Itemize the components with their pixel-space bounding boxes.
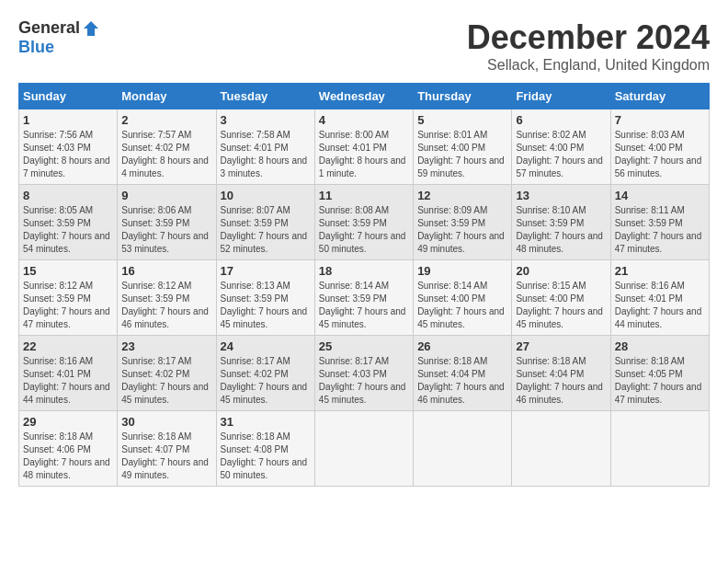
weekday-header-wednesday: Wednesday <box>314 84 413 109</box>
calendar-cell <box>414 411 512 487</box>
day-detail: Sunrise: 8:06 AM Sunset: 3:59 PM Dayligh… <box>121 204 211 256</box>
calendar-week-row: 8 Sunrise: 8:05 AM Sunset: 3:59 PM Dayli… <box>19 185 710 260</box>
calendar-cell: 29 Sunrise: 8:18 AM Sunset: 4:06 PM Dayl… <box>19 411 118 487</box>
day-detail: Sunrise: 7:56 AM Sunset: 4:03 PM Dayligh… <box>23 129 113 180</box>
day-detail: Sunrise: 8:09 AM Sunset: 3:59 PM Dayligh… <box>417 204 507 256</box>
day-detail: Sunrise: 8:18 AM Sunset: 4:05 PM Dayligh… <box>615 355 705 407</box>
day-number: 26 <box>417 339 507 353</box>
day-detail: Sunrise: 8:16 AM Sunset: 4:01 PM Dayligh… <box>615 280 705 331</box>
calendar-subtitle: Sellack, England, United Kingdom <box>467 57 710 74</box>
calendar-table: SundayMondayTuesdayWednesdayThursdayFrid… <box>18 83 710 487</box>
logo: General Blue <box>18 18 100 57</box>
calendar-cell: 14 Sunrise: 8:11 AM Sunset: 3:59 PM Dayl… <box>610 185 709 260</box>
day-detail: Sunrise: 8:16 AM Sunset: 4:01 PM Dayligh… <box>23 355 113 407</box>
calendar-cell: 16 Sunrise: 8:12 AM Sunset: 3:59 PM Dayl… <box>118 260 216 336</box>
calendar-cell: 26 Sunrise: 8:18 AM Sunset: 4:04 PM Dayl… <box>414 336 512 411</box>
calendar-week-row: 22 Sunrise: 8:16 AM Sunset: 4:01 PM Dayl… <box>19 336 710 411</box>
calendar-week-row: 1 Sunrise: 7:56 AM Sunset: 4:03 PM Dayli… <box>19 109 710 185</box>
day-number: 3 <box>221 113 311 127</box>
title-section: December 2024 Sellack, England, United K… <box>467 18 710 74</box>
calendar-cell: 9 Sunrise: 8:06 AM Sunset: 3:59 PM Dayli… <box>118 185 216 260</box>
calendar-cell: 13 Sunrise: 8:10 AM Sunset: 3:59 PM Dayl… <box>512 185 610 260</box>
calendar-cell: 11 Sunrise: 8:08 AM Sunset: 3:59 PM Dayl… <box>314 185 413 260</box>
day-number: 14 <box>615 189 705 202</box>
day-detail: Sunrise: 8:11 AM Sunset: 3:59 PM Dayligh… <box>615 204 705 256</box>
calendar-cell: 24 Sunrise: 8:17 AM Sunset: 4:02 PM Dayl… <box>216 336 314 411</box>
weekday-header-sunday: Sunday <box>19 84 118 109</box>
calendar-cell: 6 Sunrise: 8:02 AM Sunset: 4:00 PM Dayli… <box>512 109 610 185</box>
day-detail: Sunrise: 8:12 AM Sunset: 3:59 PM Dayligh… <box>23 280 113 331</box>
day-detail: Sunrise: 8:00 AM Sunset: 4:01 PM Dayligh… <box>319 129 409 180</box>
calendar-cell: 8 Sunrise: 8:05 AM Sunset: 3:59 PM Dayli… <box>19 185 118 260</box>
calendar-cell: 17 Sunrise: 8:13 AM Sunset: 3:59 PM Dayl… <box>216 260 314 336</box>
calendar-cell: 1 Sunrise: 7:56 AM Sunset: 4:03 PM Dayli… <box>19 109 118 185</box>
calendar-week-row: 29 Sunrise: 8:18 AM Sunset: 4:06 PM Dayl… <box>19 411 710 487</box>
day-detail: Sunrise: 8:15 AM Sunset: 4:00 PM Dayligh… <box>516 280 606 331</box>
day-number: 10 <box>221 189 311 202</box>
calendar-cell: 7 Sunrise: 8:03 AM Sunset: 4:00 PM Dayli… <box>610 109 709 185</box>
calendar-cell: 10 Sunrise: 8:07 AM Sunset: 3:59 PM Dayl… <box>216 185 314 260</box>
weekday-header-friday: Friday <box>512 84 610 109</box>
calendar-week-row: 15 Sunrise: 8:12 AM Sunset: 3:59 PM Dayl… <box>19 260 710 336</box>
calendar-cell: 15 Sunrise: 8:12 AM Sunset: 3:59 PM Dayl… <box>19 260 118 336</box>
calendar-cell: 31 Sunrise: 8:18 AM Sunset: 4:08 PM Dayl… <box>216 411 314 487</box>
calendar-cell: 19 Sunrise: 8:14 AM Sunset: 4:00 PM Dayl… <box>414 260 512 336</box>
day-number: 17 <box>221 264 311 278</box>
weekday-header-saturday: Saturday <box>610 84 709 109</box>
day-number: 28 <box>615 339 705 353</box>
weekday-header-monday: Monday <box>118 84 216 109</box>
day-number: 11 <box>319 189 409 202</box>
day-number: 15 <box>23 264 113 278</box>
day-number: 4 <box>319 113 409 127</box>
day-detail: Sunrise: 8:10 AM Sunset: 3:59 PM Dayligh… <box>516 204 606 256</box>
day-detail: Sunrise: 7:58 AM Sunset: 4:01 PM Dayligh… <box>221 129 311 180</box>
day-number: 6 <box>516 113 606 127</box>
day-detail: Sunrise: 8:02 AM Sunset: 4:00 PM Dayligh… <box>516 129 606 180</box>
day-number: 7 <box>615 113 705 127</box>
day-detail: Sunrise: 8:18 AM Sunset: 4:04 PM Dayligh… <box>417 355 507 407</box>
day-number: 2 <box>121 113 211 127</box>
day-number: 24 <box>221 339 311 353</box>
calendar-cell: 23 Sunrise: 8:17 AM Sunset: 4:02 PM Dayl… <box>118 336 216 411</box>
calendar-cell: 28 Sunrise: 8:18 AM Sunset: 4:05 PM Dayl… <box>610 336 709 411</box>
day-number: 18 <box>319 264 409 278</box>
day-number: 19 <box>417 264 507 278</box>
day-detail: Sunrise: 8:18 AM Sunset: 4:07 PM Dayligh… <box>121 431 211 482</box>
day-number: 16 <box>121 264 211 278</box>
calendar-title: December 2024 <box>467 18 710 57</box>
calendar-cell: 4 Sunrise: 8:00 AM Sunset: 4:01 PM Dayli… <box>314 109 413 185</box>
calendar-cell: 27 Sunrise: 8:18 AM Sunset: 4:04 PM Dayl… <box>512 336 610 411</box>
logo-general-text: General <box>18 18 80 38</box>
day-number: 29 <box>23 415 113 429</box>
day-number: 27 <box>516 339 606 353</box>
day-number: 23 <box>121 339 211 353</box>
day-number: 5 <box>417 113 507 127</box>
weekday-header-thursday: Thursday <box>414 84 512 109</box>
day-number: 12 <box>417 189 507 202</box>
day-detail: Sunrise: 8:07 AM Sunset: 3:59 PM Dayligh… <box>221 204 311 256</box>
day-number: 30 <box>121 415 211 429</box>
svg-marker-0 <box>84 21 98 36</box>
day-detail: Sunrise: 8:17 AM Sunset: 4:03 PM Dayligh… <box>319 355 409 407</box>
day-detail: Sunrise: 8:14 AM Sunset: 4:00 PM Dayligh… <box>417 280 507 331</box>
day-detail: Sunrise: 8:18 AM Sunset: 4:08 PM Dayligh… <box>221 431 311 482</box>
day-number: 21 <box>615 264 705 278</box>
page-header: General Blue December 2024 Sellack, Engl… <box>18 18 710 74</box>
logo-blue-text: Blue <box>18 38 54 57</box>
day-number: 1 <box>23 113 113 127</box>
day-detail: Sunrise: 7:57 AM Sunset: 4:02 PM Dayligh… <box>121 129 211 180</box>
day-detail: Sunrise: 8:17 AM Sunset: 4:02 PM Dayligh… <box>221 355 311 407</box>
day-number: 20 <box>516 264 606 278</box>
day-detail: Sunrise: 8:13 AM Sunset: 3:59 PM Dayligh… <box>221 280 311 331</box>
day-number: 25 <box>319 339 409 353</box>
weekday-header-tuesday: Tuesday <box>216 84 314 109</box>
day-detail: Sunrise: 8:12 AM Sunset: 3:59 PM Dayligh… <box>121 280 211 331</box>
calendar-cell <box>610 411 709 487</box>
calendar-cell: 20 Sunrise: 8:15 AM Sunset: 4:00 PM Dayl… <box>512 260 610 336</box>
day-detail: Sunrise: 8:03 AM Sunset: 4:00 PM Dayligh… <box>615 129 705 180</box>
day-number: 13 <box>516 189 606 202</box>
day-detail: Sunrise: 8:08 AM Sunset: 3:59 PM Dayligh… <box>319 204 409 256</box>
calendar-cell <box>314 411 413 487</box>
logo-icon <box>82 19 100 38</box>
day-detail: Sunrise: 8:18 AM Sunset: 4:06 PM Dayligh… <box>23 431 113 482</box>
